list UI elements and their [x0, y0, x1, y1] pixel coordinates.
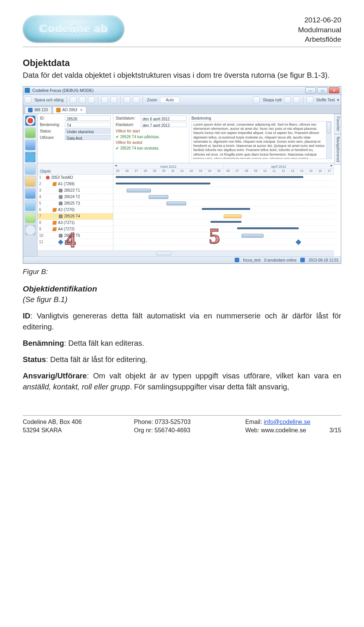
- benamning-field[interactable]: T4: [65, 122, 111, 127]
- money-icon[interactable]: [25, 213, 36, 223]
- tool-icon[interactable]: [101, 96, 108, 103]
- collapse-icon[interactable]: [133, 96, 140, 103]
- scrollbar-thumb[interactable]: [327, 122, 331, 134]
- footer-email-link[interactable]: info@codeline.se: [264, 419, 311, 425]
- tree-row[interactable]: 1028527 T5: [38, 233, 113, 239]
- tree-row[interactable]: 428524 T2: [38, 194, 113, 200]
- disk-multi-icon[interactable]: [88, 96, 95, 103]
- document-tabs: 386 123 AO 2053 ×: [23, 106, 341, 114]
- recycle-icon[interactable]: [25, 152, 36, 162]
- new-icon[interactable]: [253, 96, 260, 103]
- document-meta: 2012-06-20 Modulmanual Arbetsflöde: [298, 15, 341, 44]
- person-icon[interactable]: [25, 164, 36, 175]
- separator: [66, 96, 67, 104]
- panel-dates: Startdatum:den 6 april 2012 Klardatum:de…: [113, 114, 189, 163]
- check-icon: ✔: [116, 134, 119, 140]
- gantt-summary-bar[interactable]: [237, 227, 299, 229]
- condition-row: ✔28526 T4 kan avslutas.: [116, 145, 187, 151]
- gantt-summary-bar[interactable]: [210, 221, 241, 223]
- minimize-button[interactable]: —: [305, 87, 316, 93]
- tree-row[interactable]: 2A1 (7269): [38, 181, 113, 187]
- section-objektdata-title: Objektdata: [23, 58, 341, 68]
- module-icon[interactable]: [25, 128, 36, 138]
- klar-field[interactable]: den 7 april 2012: [141, 122, 187, 127]
- start-field[interactable]: den 6 april 2012: [141, 115, 187, 121]
- scrollbar[interactable]: [326, 121, 331, 159]
- tree-item-icon: [52, 227, 57, 231]
- gantt-bar[interactable]: [149, 195, 168, 199]
- tree-row[interactable]: 9A4 (7272): [38, 226, 113, 233]
- status-users: 0 användare online: [264, 258, 297, 262]
- refresh-icon[interactable]: [25, 115, 36, 126]
- close-button[interactable]: ✕: [329, 87, 339, 93]
- disk-icon[interactable]: [79, 96, 86, 103]
- tree-row[interactable]: 12053 TestAO: [38, 175, 113, 181]
- day-header: 31: [169, 169, 178, 174]
- tab-close-icon[interactable]: ×: [80, 108, 83, 112]
- maximize-button[interactable]: ▭: [317, 87, 328, 93]
- module-icon[interactable]: [25, 140, 36, 150]
- gantt-summary-bar[interactable]: [202, 208, 250, 210]
- expand-icon[interactable]: [124, 96, 130, 103]
- module-icon[interactable]: [25, 188, 36, 199]
- beskrivning-textarea[interactable]: Lorem ipsum dolor sit amet, consectetur …: [191, 121, 332, 159]
- tree-item-icon: [58, 239, 63, 245]
- zoom-value[interactable]: Auto: [160, 97, 180, 103]
- status-label: Status:: [40, 128, 65, 134]
- right-tab-navigation[interactable]: Navigationsrad: [334, 134, 341, 165]
- tree-row[interactable]: 328523 T1: [38, 187, 113, 194]
- user-menu-chevron-icon[interactable]: ▾: [337, 98, 339, 102]
- note-icon[interactable]: [25, 176, 36, 187]
- id-label: ID:: [40, 115, 65, 121]
- gantt-summary-bar[interactable]: [116, 176, 303, 178]
- day-header: 26: [122, 169, 132, 174]
- status-field[interactable]: Under planering: [65, 128, 111, 134]
- klar-label: Klardatum:: [116, 122, 141, 128]
- scrollbar-thumb[interactable]: [156, 252, 171, 255]
- tree-row[interactable]: 117 M1: [38, 239, 113, 246]
- id-field[interactable]: 28526: [65, 115, 111, 121]
- user-icon[interactable]: [306, 96, 313, 103]
- save-close-label[interactable]: Spara och stäng: [35, 98, 63, 102]
- tree-row[interactable]: 8A3 (7271): [38, 220, 113, 226]
- tab-ao2053[interactable]: AO 2053 ×: [53, 106, 86, 113]
- tree-item-icon: [52, 182, 57, 186]
- tree-item-label: A4 (7272): [58, 227, 75, 231]
- start-label: Startdatum:: [116, 115, 141, 121]
- user-name[interactable]: Stoffe Test: [316, 98, 335, 102]
- utforare-field[interactable]: Data Avd.: [65, 135, 111, 140]
- footer-web: www.codeline.se: [261, 427, 306, 433]
- gantt-milestone[interactable]: [296, 239, 301, 245]
- skapa-nytt-label[interactable]: Skapa nytt: [263, 98, 282, 102]
- document-footer: Codeline AB, Box 406 53294 SKARA Phone: …: [23, 415, 341, 435]
- tree-row[interactable]: 6A2 (7270): [38, 207, 113, 213]
- footer-city: 53294 SKARA: [23, 426, 119, 435]
- right-tab-favoriter[interactable]: Favoriter: [334, 114, 341, 134]
- search-icon[interactable]: [293, 96, 300, 103]
- clock-icon[interactable]: [25, 225, 36, 235]
- tree-item-label: 7 M1: [64, 240, 72, 244]
- document-header: Codeline ab 2012-06-20 Modulmanual Arbet…: [23, 15, 341, 47]
- gantt-bar[interactable]: [242, 234, 264, 238]
- tree-row[interactable]: 528525 T3: [38, 200, 113, 207]
- sidebar: [23, 114, 38, 257]
- gantt-bar[interactable]: [166, 202, 186, 205]
- separator: [98, 96, 98, 104]
- ben-label: Benämning:: [40, 122, 65, 128]
- people-icon[interactable]: [284, 96, 291, 103]
- save-icon[interactable]: [25, 96, 31, 103]
- horizontal-scrollbar[interactable]: [38, 250, 334, 257]
- status-connection: focus_test: [243, 258, 260, 262]
- brush-icon[interactable]: [70, 96, 77, 103]
- key-icon[interactable]: [110, 96, 117, 103]
- gantt-bar-selected[interactable]: [224, 214, 242, 218]
- gantt-bar[interactable]: [127, 189, 151, 192]
- tab-386123[interactable]: 386 123: [25, 106, 52, 113]
- app-icon: [25, 88, 30, 93]
- day-header: 04: [206, 169, 215, 174]
- tree-item-label: A2 (7270): [58, 208, 75, 212]
- tree-item-icon: [59, 234, 63, 238]
- tree-row[interactable]: 728526 T4: [38, 213, 113, 220]
- gantt-summary-bar[interactable]: [116, 183, 210, 184]
- cart-icon[interactable]: [25, 200, 36, 211]
